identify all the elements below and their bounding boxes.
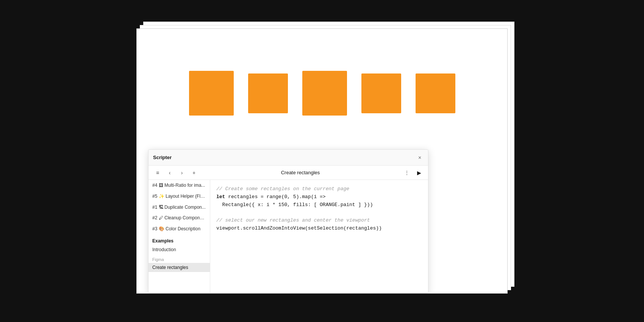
- figma-sub-label: Figma: [148, 254, 210, 263]
- code-line-4: [216, 209, 422, 217]
- settings-button[interactable]: ⋮: [402, 167, 412, 178]
- orange-rect-3: [302, 71, 347, 116]
- sidebar-script-item-5[interactable]: #3 🎨 Color Description: [148, 224, 210, 234]
- panel-toolbar: ≡ ‹ › + Create rectangles ⋮ ▶: [148, 166, 428, 180]
- add-button[interactable]: +: [189, 167, 199, 178]
- close-button[interactable]: ×: [416, 154, 424, 161]
- code-comment-1: // Create some rectangles on the current…: [216, 186, 349, 192]
- orange-rect-2: [248, 73, 288, 113]
- back-button[interactable]: ‹: [164, 167, 175, 178]
- panel-body: #4 🖼 Multi-Ratio for ima... #5 ✨ Layout …: [148, 180, 428, 293]
- code-line-3: Rectangle({ x: i * 150, fills: [ ORANGE.…: [216, 201, 422, 209]
- code-keyword-1: let: [216, 194, 225, 200]
- introduction-item[interactable]: Introduction: [148, 245, 210, 254]
- sidebar-script-item-3[interactable]: #1 🏗 Duplicate Compon...: [148, 202, 210, 213]
- scripter-panel: Scripter × ≡ ‹ › + Create rectangles ⋮ ▶…: [148, 149, 428, 293]
- panel-sidebar: #4 🖼 Multi-Ratio for ima... #5 ✨ Layout …: [148, 180, 210, 293]
- create-rectangles-item[interactable]: Create rectangles: [148, 263, 210, 272]
- paper-stack: Scripter × ≡ ‹ › + Create rectangles ⋮ ▶…: [136, 28, 508, 294]
- panel-title: Scripter: [153, 155, 172, 160]
- script-title: Create rectangles: [201, 170, 400, 175]
- panel-titlebar: Scripter ×: [148, 150, 428, 166]
- code-normal-2: Rectangle({ x: i * 150, fills: [ ORANGE.…: [216, 202, 373, 208]
- sidebar-script-item-4[interactable]: #2 🖊 Cleanup Compone...: [148, 213, 210, 224]
- sidebar-script-item-1[interactable]: #4 🖼 Multi-Ratio for ima...: [148, 180, 210, 191]
- code-normal-3: viewport.scrollAndZoomIntoView(setSelect…: [216, 225, 382, 231]
- orange-rect-5: [416, 73, 455, 113]
- run-button[interactable]: ▶: [414, 167, 424, 178]
- menu-button[interactable]: ≡: [152, 167, 163, 178]
- code-comment-2: // select our new rectangles and center …: [216, 217, 370, 223]
- code-line-1: // Create some rectangles on the current…: [216, 185, 422, 193]
- paper-main: Scripter × ≡ ‹ › + Create rectangles ⋮ ▶…: [136, 28, 508, 294]
- canvas-area: [137, 29, 507, 158]
- forward-button[interactable]: ›: [177, 167, 187, 178]
- examples-section-label: Examples: [148, 234, 210, 245]
- sidebar-script-item-2[interactable]: #5 ✨ Layout Helper (Fle...: [148, 191, 210, 202]
- code-line-5: // select our new rectangles and center …: [216, 217, 422, 225]
- code-normal-1: rectangles = range(0, 5).map(i =>: [225, 194, 325, 200]
- orange-rect-1: [189, 71, 234, 116]
- orange-rect-4: [361, 73, 401, 113]
- code-editor[interactable]: // Create some rectangles on the current…: [210, 180, 428, 293]
- code-line-2: let rectangles = range(0, 5).map(i =>: [216, 193, 422, 201]
- code-line-6: viewport.scrollAndZoomIntoView(setSelect…: [216, 225, 422, 233]
